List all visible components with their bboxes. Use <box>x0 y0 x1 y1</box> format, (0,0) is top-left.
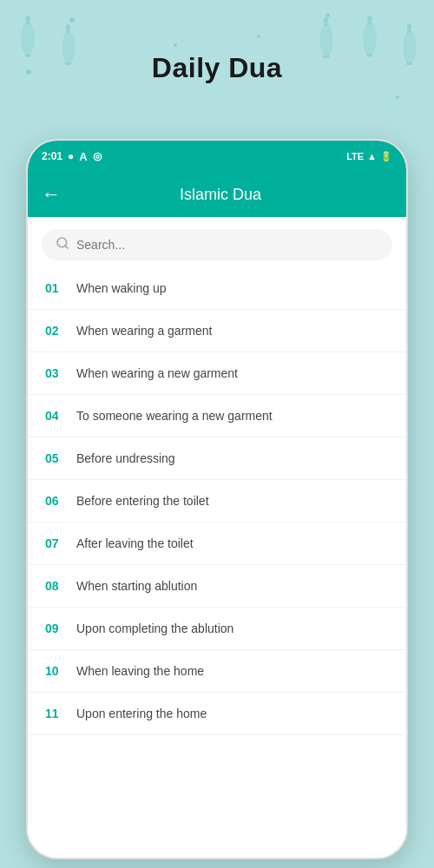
dua-label: To someone wearing a new garment <box>76 409 273 423</box>
dua-number: 07 <box>45 536 76 550</box>
list-item[interactable]: 04To someone wearing a new garment <box>28 395 406 437</box>
page-title: Daily Dua <box>0 52 434 84</box>
dua-label: Before undressing <box>76 451 175 465</box>
svg-rect-13 <box>407 24 411 30</box>
back-button[interactable]: ← <box>42 183 61 206</box>
dua-number: 05 <box>45 451 76 465</box>
dua-number: 09 <box>45 621 76 635</box>
dua-label: Upon completing the ablution <box>76 621 233 635</box>
dua-number: 04 <box>45 409 76 423</box>
list-item[interactable]: 01When waking up <box>28 267 406 310</box>
list-item[interactable]: 02When wearing a garment <box>28 310 406 352</box>
battery-icon: 🔋 <box>380 151 392 162</box>
dua-label: When starting ablution <box>76 579 197 593</box>
svg-rect-7 <box>66 30 70 32</box>
dua-number: 03 <box>45 366 76 380</box>
search-input[interactable] <box>76 238 378 252</box>
search-input-wrapper[interactable] <box>42 229 392 260</box>
list-item[interactable]: 09Upon completing the ablution <box>28 608 406 650</box>
a-icon: A <box>79 150 87 163</box>
status-left: 2:01 ● A ◎ <box>42 150 102 163</box>
svg-line-46 <box>65 246 68 248</box>
svg-rect-2 <box>25 22 30 24</box>
search-bar <box>28 217 406 267</box>
dua-label: When wearing a garment <box>76 324 212 338</box>
list-item[interactable]: 06Before entering the toilet <box>28 480 406 523</box>
svg-rect-9 <box>367 16 372 22</box>
compass-icon: ◎ <box>93 150 102 162</box>
dua-label: When leaving the home <box>76 664 204 678</box>
svg-rect-11 <box>367 22 372 24</box>
dua-list: 01When waking up02When wearing a garment… <box>28 267 406 847</box>
svg-point-1 <box>21 22 35 55</box>
list-item[interactable]: 11Upon entering the home <box>28 693 406 735</box>
phone-mockup: 2:01 ● A ◎ LTE ▲ 🔋 ← Islamic Dua <box>26 139 408 859</box>
status-bar: 2:01 ● A ◎ LTE ▲ 🔋 <box>28 141 406 172</box>
circle-icon: ● <box>68 150 74 162</box>
dua-number: 01 <box>45 281 76 295</box>
list-item[interactable]: 05Before undressing <box>28 437 406 480</box>
dua-label: After leaving the toilet <box>76 536 194 550</box>
page-title-container: Daily Dua <box>0 52 434 84</box>
content-area: 01When waking up02When wearing a garment… <box>28 217 406 858</box>
dua-label: When wearing a new garment <box>76 366 238 380</box>
dua-number: 08 <box>45 579 76 593</box>
list-item[interactable]: 10When leaving the home <box>28 650 406 693</box>
search-icon <box>56 236 69 253</box>
svg-point-10 <box>363 22 377 55</box>
dua-number: 11 <box>45 707 76 720</box>
nav-title: Islamic Dua <box>75 186 366 204</box>
status-right: LTE ▲ 🔋 <box>346 151 392 162</box>
dua-label: Before entering the toilet <box>76 494 209 508</box>
dua-number: 06 <box>45 494 76 508</box>
list-item[interactable]: 08When starting ablution <box>28 565 406 608</box>
nav-bar: ← Islamic Dua <box>28 172 406 217</box>
svg-rect-19 <box>324 23 328 25</box>
dua-number: 02 <box>45 324 76 338</box>
svg-rect-5 <box>66 24 70 30</box>
list-item[interactable]: 07After leaving the toilet <box>28 523 406 565</box>
svg-rect-0 <box>25 16 30 22</box>
list-item[interactable]: 03When wearing a new garment <box>28 352 406 395</box>
svg-rect-17 <box>324 17 328 23</box>
status-time: 2:01 <box>42 150 62 162</box>
svg-rect-15 <box>407 30 411 32</box>
signal-icon: ▲ <box>367 151 377 161</box>
dua-label: Upon entering the home <box>76 707 207 720</box>
dua-number: 10 <box>45 664 76 678</box>
dua-label: When waking up <box>76 281 167 295</box>
network-label: LTE <box>346 151 364 161</box>
